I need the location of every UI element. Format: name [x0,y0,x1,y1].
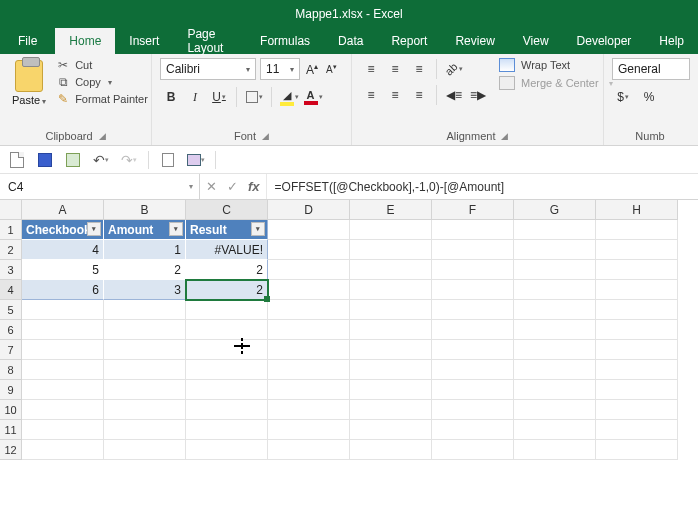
row-header-3[interactable]: 3 [0,260,22,280]
align-middle-button[interactable]: ≡ [384,58,406,80]
row-header-5[interactable]: 5 [0,300,22,320]
align-right-button[interactable]: ≡ [408,84,430,106]
cell-B3[interactable]: 2 [104,260,186,280]
cell-C9[interactable] [186,380,268,400]
cell-H6[interactable] [596,320,678,340]
cell-E8[interactable] [350,360,432,380]
cell-D12[interactable] [268,440,350,460]
cell-D7[interactable] [268,340,350,360]
cell-F12[interactable] [432,440,514,460]
row-header-12[interactable]: 12 [0,440,22,460]
cell-G1[interactable] [514,220,596,240]
chevron-down-icon[interactable]: ▾ [42,97,46,106]
underline-button[interactable]: U▾ [208,86,230,108]
cell-C7[interactable] [186,340,268,360]
column-header-C[interactable]: C [186,200,268,220]
merge-center-button[interactable]: Merge & Center▾ [499,76,613,90]
cell-H8[interactable] [596,360,678,380]
cell-A1[interactable]: Checkbook▾ [22,220,104,240]
column-header-A[interactable]: A [22,200,104,220]
cell-B8[interactable] [104,360,186,380]
column-header-G[interactable]: G [514,200,596,220]
tab-formulas[interactable]: Formulas [246,28,324,54]
tab-review[interactable]: Review [441,28,508,54]
cell-C6[interactable] [186,320,268,340]
select-all-corner[interactable] [0,200,22,220]
row-header-7[interactable]: 7 [0,340,22,360]
cell-D8[interactable] [268,360,350,380]
cell-G5[interactable] [514,300,596,320]
cell-E9[interactable] [350,380,432,400]
cell-F4[interactable] [432,280,514,300]
cell-F10[interactable] [432,400,514,420]
cells-area[interactable]: Checkbook▾Amount▾Result▾41#VALUE!522632 [22,220,698,507]
cell-H1[interactable] [596,220,678,240]
cell-H3[interactable] [596,260,678,280]
switch-windows-button[interactable] [64,151,82,169]
bold-button[interactable]: B [160,86,182,108]
cell-G4[interactable] [514,280,596,300]
enter-formula-button[interactable]: ✓ [227,179,238,194]
cell-D2[interactable] [268,240,350,260]
cell-F8[interactable] [432,360,514,380]
cell-H7[interactable] [596,340,678,360]
column-header-D[interactable]: D [268,200,350,220]
worksheet-grid[interactable]: ABCDEFGH 123456789101112 Checkbook▾Amoun… [0,200,698,507]
column-header-B[interactable]: B [104,200,186,220]
filter-dropdown-icon[interactable]: ▾ [87,222,101,236]
cell-F3[interactable] [432,260,514,280]
cell-F2[interactable] [432,240,514,260]
decrease-indent-button[interactable]: ◀≡ [443,84,465,106]
cell-G11[interactable] [514,420,596,440]
cell-H10[interactable] [596,400,678,420]
cell-H9[interactable] [596,380,678,400]
cell-A12[interactable] [22,440,104,460]
cell-D4[interactable] [268,280,350,300]
cell-F1[interactable] [432,220,514,240]
cell-B4[interactable]: 3 [104,280,186,300]
dialog-launcher-icon[interactable]: ◢ [262,131,269,141]
save-button[interactable] [36,151,54,169]
cell-D3[interactable] [268,260,350,280]
row-header-6[interactable]: 6 [0,320,22,340]
percent-format-button[interactable]: % [638,86,660,108]
cell-H2[interactable] [596,240,678,260]
cell-A4[interactable]: 6 [22,280,104,300]
cell-A6[interactable] [22,320,104,340]
cell-D10[interactable] [268,400,350,420]
redo-button[interactable]: ↷▾ [120,151,138,169]
tab-view[interactable]: View [509,28,563,54]
cell-D9[interactable] [268,380,350,400]
row-header-10[interactable]: 10 [0,400,22,420]
tab-help[interactable]: Help [645,28,698,54]
cell-C1[interactable]: Result▾ [186,220,268,240]
cell-E2[interactable] [350,240,432,260]
font-name-combo[interactable]: Calibri▾ [160,58,256,80]
cell-C2[interactable]: #VALUE! [186,240,268,260]
cell-E4[interactable] [350,280,432,300]
cell-B5[interactable] [104,300,186,320]
dialog-launcher-icon[interactable]: ◢ [99,131,106,141]
name-box[interactable]: C4 ▾ [0,174,200,199]
cell-G12[interactable] [514,440,596,460]
cell-F7[interactable] [432,340,514,360]
qat-custom-2[interactable]: ▾ [187,151,205,169]
tab-file[interactable]: File [0,28,55,54]
cell-E3[interactable] [350,260,432,280]
accounting-format-button[interactable]: $▾ [612,86,634,108]
cell-G9[interactable] [514,380,596,400]
cell-B11[interactable] [104,420,186,440]
cell-G3[interactable] [514,260,596,280]
increase-indent-button[interactable]: ≡▶ [467,84,489,106]
cell-G7[interactable] [514,340,596,360]
cell-C4[interactable]: 2 [186,280,268,300]
cell-G2[interactable] [514,240,596,260]
tab-home[interactable]: Home [55,28,115,54]
copy-button[interactable]: Copy▾ [56,75,148,89]
column-header-H[interactable]: H [596,200,678,220]
insert-function-button[interactable]: fx [248,179,260,194]
italic-button[interactable]: I [184,86,206,108]
cell-D5[interactable] [268,300,350,320]
cell-E12[interactable] [350,440,432,460]
tab-developer[interactable]: Developer [563,28,646,54]
